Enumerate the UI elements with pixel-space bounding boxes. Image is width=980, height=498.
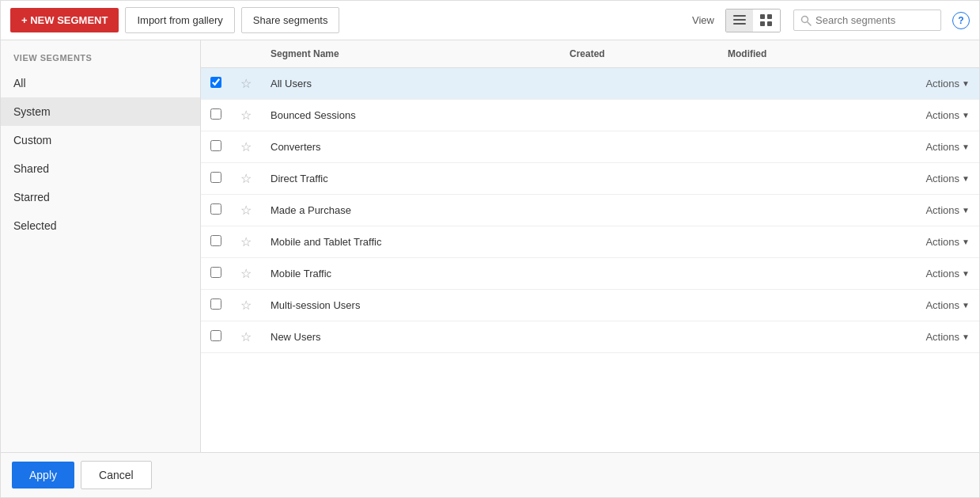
sidebar-item-custom[interactable]: Custom [1, 126, 200, 154]
sidebar-item-shared[interactable]: Shared [1, 154, 200, 183]
actions-label: Actions [925, 78, 959, 89]
row-modified [718, 100, 876, 131]
table-row: ☆Bounced SessionsActions▼ [201, 100, 979, 131]
row-actions-button-7[interactable]: Actions▼ [925, 268, 970, 279]
row-star-6[interactable]: ☆ [240, 235, 252, 249]
row-segment-name: Converters [261, 131, 560, 163]
row-segment-name: Made a Purchase [261, 195, 560, 226]
row-checkbox-4[interactable] [210, 172, 221, 183]
table-row: ☆Mobile TrafficActions▼ [201, 258, 979, 290]
col-header-checkbox [201, 40, 231, 68]
col-header-star [231, 40, 261, 68]
row-star-5[interactable]: ☆ [240, 203, 252, 217]
row-created [560, 68, 718, 100]
row-star-9[interactable]: ☆ [240, 330, 252, 344]
help-button[interactable]: ? [952, 12, 970, 29]
row-checkbox-7[interactable] [210, 267, 221, 278]
search-input[interactable] [815, 14, 934, 26]
table-row: ☆Mobile and Tablet TrafficActions▼ [201, 226, 979, 258]
actions-label: Actions [925, 268, 959, 279]
grid-view-icon [760, 14, 773, 27]
actions-caret-icon: ▼ [962, 206, 970, 215]
row-star-7[interactable]: ☆ [240, 267, 252, 280]
row-segment-name: Mobile and Tablet Traffic [261, 226, 560, 258]
actions-caret-icon: ▼ [962, 174, 970, 183]
row-checkbox-2[interactable] [210, 108, 221, 120]
actions-caret-icon: ▼ [962, 301, 970, 310]
new-segment-button[interactable]: + NEW SEGMENT [10, 8, 119, 32]
footer: Apply Cancel [1, 452, 979, 497]
row-segment-name: Mobile Traffic [261, 258, 560, 290]
row-checkbox-1[interactable] [210, 77, 221, 88]
actions-caret-icon: ▼ [962, 111, 970, 120]
svg-rect-5 [760, 21, 765, 26]
sidebar: VIEW SEGMENTS AllSystemCustomSharedStarr… [1, 40, 201, 452]
row-created [560, 163, 718, 195]
row-checkbox-6[interactable] [210, 235, 221, 246]
row-created [560, 226, 718, 258]
apply-button[interactable]: Apply [12, 462, 74, 488]
table-header-row: Segment Name Created Modified [201, 40, 979, 68]
row-segment-name: Direct Traffic [261, 163, 560, 195]
sidebar-item-starred[interactable]: Starred [1, 183, 200, 211]
col-header-actions [876, 40, 979, 68]
row-actions-button-4[interactable]: Actions▼ [925, 173, 970, 184]
view-toggle [725, 9, 781, 32]
table-area: Segment Name Created Modified ☆All Users… [201, 40, 979, 452]
actions-label: Actions [925, 173, 959, 184]
row-star-2[interactable]: ☆ [240, 108, 252, 122]
share-segments-button[interactable]: Share segments [241, 7, 340, 33]
search-icon [800, 15, 812, 26]
segments-table: Segment Name Created Modified ☆All Users… [201, 40, 979, 353]
row-created [560, 131, 718, 163]
actions-label: Actions [925, 331, 959, 343]
table-row: ☆Made a PurchaseActions▼ [201, 195, 979, 226]
row-star-4[interactable]: ☆ [240, 172, 252, 185]
cancel-button[interactable]: Cancel [81, 461, 152, 489]
row-actions-button-2[interactable]: Actions▼ [925, 109, 970, 121]
list-view-button[interactable] [726, 10, 753, 32]
row-modified [718, 68, 876, 100]
col-header-name: Segment Name [261, 40, 560, 68]
row-modified [718, 321, 876, 353]
sidebar-item-all[interactable]: All [1, 69, 200, 97]
svg-rect-2 [733, 23, 746, 25]
row-actions-button-9[interactable]: Actions▼ [925, 331, 970, 343]
svg-rect-1 [733, 19, 746, 21]
import-from-gallery-button[interactable]: Import from gallery [125, 7, 234, 33]
row-checkbox-5[interactable] [210, 203, 221, 215]
row-actions-button-6[interactable]: Actions▼ [925, 236, 970, 248]
row-actions-button-5[interactable]: Actions▼ [925, 204, 970, 216]
sidebar-section-label: VIEW SEGMENTS [1, 40, 200, 69]
row-actions-button-8[interactable]: Actions▼ [925, 299, 970, 311]
row-segment-name: New Users [261, 321, 560, 353]
row-checkbox-3[interactable] [210, 140, 221, 151]
table-row: ☆All UsersActions▼ [201, 68, 979, 100]
actions-label: Actions [925, 236, 959, 248]
svg-rect-4 [767, 14, 772, 19]
row-star-8[interactable]: ☆ [240, 298, 252, 312]
row-checkbox-9[interactable] [210, 330, 221, 341]
sidebar-item-selected[interactable]: Selected [1, 211, 200, 240]
actions-caret-icon: ▼ [962, 79, 970, 88]
row-checkbox-8[interactable] [210, 298, 221, 310]
row-star-3[interactable]: ☆ [240, 140, 252, 154]
grid-view-button[interactable] [753, 10, 780, 32]
row-actions-button-1[interactable]: Actions▼ [925, 78, 970, 89]
row-actions-button-3[interactable]: Actions▼ [925, 141, 970, 153]
table-row: ☆Direct TrafficActions▼ [201, 163, 979, 195]
list-view-icon [733, 14, 746, 27]
row-created [560, 100, 718, 131]
table-row: ☆ConvertersActions▼ [201, 131, 979, 163]
svg-rect-3 [760, 14, 765, 19]
col-header-modified: Modified [718, 40, 876, 68]
row-modified [718, 258, 876, 290]
svg-rect-6 [767, 21, 772, 26]
row-star-1[interactable]: ☆ [240, 77, 252, 90]
sidebar-item-system[interactable]: System [1, 97, 200, 126]
row-created [560, 321, 718, 353]
svg-line-8 [808, 22, 811, 25]
row-created [560, 258, 718, 290]
row-segment-name: All Users [261, 68, 560, 100]
actions-caret-icon: ▼ [962, 269, 970, 278]
